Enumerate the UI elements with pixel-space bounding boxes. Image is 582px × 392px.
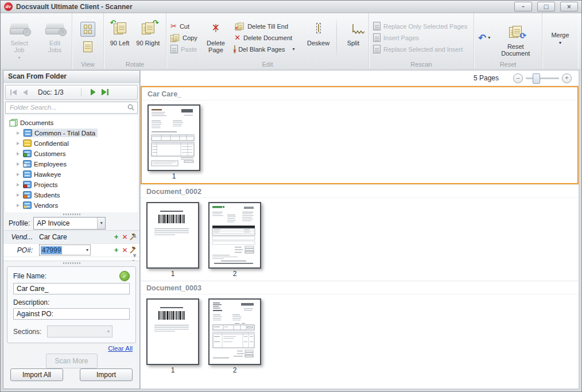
sections-combobox[interactable]: ▾ — [47, 325, 112, 337]
first-doc-button[interactable] — [10, 90, 17, 95]
del-blank-pages-button[interactable]: ✕ Del Blank Pages ▾ — [231, 44, 297, 55]
cut-button[interactable]: ✂ Cut — [168, 21, 200, 32]
select-job-icon: ✓ — [9, 21, 30, 36]
delete-till-end-button[interactable]: ✕ Delete Till End — [231, 21, 297, 32]
scroll-up-icon[interactable]: ▲ — [133, 233, 136, 238]
paste-button[interactable]: Paste — [168, 44, 200, 55]
zoom-out-button[interactable]: – — [513, 73, 523, 83]
document-group-0002[interactable]: Document_0002 1 — [141, 184, 579, 281]
expand-arrow-icon[interactable] — [17, 162, 20, 166]
file-details-groupbox: File Name: ✓ Description: Sections: ▾ — [7, 266, 136, 343]
undo-button[interactable]: ↶ ▾ — [475, 32, 493, 43]
thumbnail-view-button[interactable] — [80, 22, 95, 37]
page-thumbnail[interactable]: 2 — [208, 202, 261, 278]
replace-only-selected-pages-button[interactable]: Replace Only Selected Pages — [370, 21, 470, 32]
import-button[interactable]: Import — [80, 368, 133, 381]
page-thumbnail[interactable]: 2 — [208, 298, 261, 374]
clear-value-icon[interactable]: ✕ — [121, 233, 129, 241]
zoom-slider-thumb[interactable] — [533, 73, 540, 84]
barcode-separator-thumbnail[interactable] — [146, 202, 199, 269]
rotate-90-left-button[interactable]: ↶ 90 Left — [107, 15, 133, 60]
profile-row: Profile: AP Invoice ▾ — [3, 216, 139, 230]
minimize-button[interactable]: – — [514, 2, 532, 11]
tree-item-vendors[interactable]: Vendors — [5, 200, 138, 211]
tree-item-hawkeye[interactable]: Hawkeye — [5, 169, 138, 180]
barcode-separator-thumbnail[interactable] — [146, 298, 199, 365]
expand-arrow-icon[interactable] — [17, 142, 20, 145]
expand-arrow-icon[interactable] — [17, 204, 20, 207]
description-input[interactable] — [13, 308, 130, 320]
rotate-90-right-button[interactable]: ↷ 90 Right — [133, 15, 162, 60]
merge-button[interactable]: Merge ▾ — [548, 15, 572, 60]
expand-arrow-icon[interactable] — [17, 173, 20, 176]
replace-selected-and-insert-button[interactable]: Replace Selected and Insert — [370, 44, 470, 55]
delete-page-icon: ✕ — [215, 25, 216, 32]
folder-search-box — [5, 102, 138, 114]
close-button[interactable]: × — [560, 2, 578, 11]
maximize-button[interactable]: □ — [537, 2, 555, 11]
next-doc-button[interactable] — [91, 89, 96, 95]
tree-item-common-trial-data[interactable]: Common - Trial Data — [5, 128, 138, 138]
document-group-title: Document_0002 — [141, 185, 579, 198]
file-name-input[interactable] — [13, 283, 130, 294]
fields-scrollbar[interactable]: ▲ ▼ — [131, 233, 138, 258]
import-all-button[interactable]: Import All — [10, 368, 63, 381]
profile-combobox[interactable]: AP Invoice ▾ — [33, 217, 106, 230]
select-job-button[interactable]: ✓ Select Job ▾ — [2, 15, 37, 61]
expand-arrow-icon[interactable] — [17, 131, 20, 135]
copy-button[interactable]: Copy — [168, 32, 200, 43]
clear-all-link[interactable]: Clear All — [108, 345, 133, 352]
search-icon — [127, 104, 134, 111]
po-number-combobox[interactable]: 47999 ▾ — [39, 244, 91, 255]
panel-splitter[interactable] — [3, 212, 139, 216]
ribbon-group-rotate: ↶ 90 Left ↷ 90 Right Rotate — [104, 13, 166, 69]
page-thumbnail[interactable]: 1 — [146, 298, 199, 374]
clear-value-icon[interactable]: ✕ — [121, 246, 129, 254]
expand-arrow-icon[interactable] — [17, 193, 20, 197]
delete-document-button[interactable]: ✕ Delete Document — [231, 32, 297, 43]
panel-title: Scan From Folder — [3, 71, 139, 83]
page-thumbnail[interactable]: 1 — [146, 202, 199, 278]
invoice-page-thumbnail[interactable] — [148, 104, 200, 171]
previous-doc-button[interactable] — [22, 90, 28, 95]
scan-more-button[interactable]: Scan More — [46, 354, 98, 368]
split-button[interactable]: Split — [339, 15, 367, 60]
insert-pages-button[interactable]: Insert Pages — [370, 32, 470, 43]
document-group-car-care[interactable]: Car Care_ — [141, 86, 579, 184]
edit-jobs-button[interactable]: ⚙ Edit Jobs — [39, 15, 71, 61]
panel-splitter[interactable] — [3, 261, 139, 265]
folder-search-input[interactable] — [9, 103, 127, 111]
zoom-slider[interactable] — [526, 77, 559, 79]
ribbon-group-view: View — [72, 13, 104, 69]
tree-item-customers[interactable]: Customers — [5, 149, 138, 159]
cabinet-icon — [23, 181, 32, 188]
tree-item-confidential[interactable]: Confidential — [5, 138, 138, 149]
select-job-caret-icon: ▾ — [18, 55, 21, 61]
expand-arrow-icon[interactable] — [17, 183, 20, 187]
invoice-page-thumbnail[interactable] — [208, 202, 261, 269]
tree-root-documents[interactable]: Documents — [5, 118, 138, 128]
delete-page-button[interactable]: ✕ Delete Page — [200, 15, 231, 60]
vendor-value[interactable]: Car Care — [37, 233, 112, 241]
tree-item-projects[interactable]: Projects — [5, 180, 138, 190]
invoice-page-thumbnail[interactable] — [208, 298, 261, 365]
page-view-button[interactable] — [81, 40, 95, 53]
tree-item-students[interactable]: Students — [5, 190, 138, 200]
chevron-down-icon: ▾ — [86, 247, 90, 253]
ribbon-group-reset: ↶ ▾ ⟳ Reset Document Reset — [474, 13, 542, 69]
cabinet-icon — [23, 160, 32, 168]
reset-document-button[interactable]: ⟳ Reset Document — [493, 18, 538, 57]
scroll-down-icon[interactable]: ▼ — [133, 253, 136, 258]
last-doc-button[interactable] — [102, 89, 108, 95]
add-value-icon[interactable]: + — [112, 246, 121, 254]
deskew-button[interactable]: Deskew — [302, 15, 333, 60]
pages-toolbar: 5 Pages – + — [141, 71, 579, 86]
page-thumbnail[interactable]: 1 — [148, 104, 200, 180]
add-value-icon[interactable]: + — [112, 232, 121, 241]
expand-arrow-icon[interactable] — [17, 152, 20, 156]
zoom-in-button[interactable]: + — [562, 73, 572, 83]
tree-item-employees[interactable]: Employees — [5, 159, 138, 169]
paste-icon — [170, 45, 178, 53]
description-label: Description: — [13, 298, 49, 306]
document-group-0003[interactable]: Document_0003 1 — [141, 281, 579, 377]
